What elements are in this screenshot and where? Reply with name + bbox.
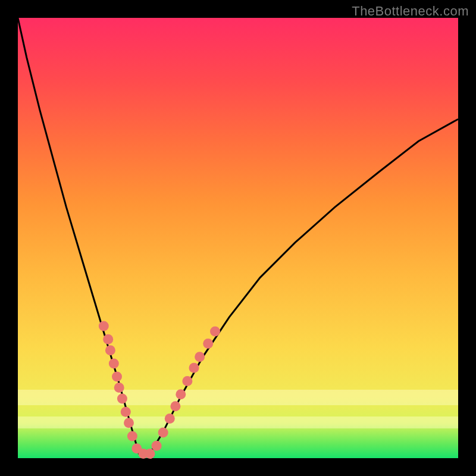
- watermark-text: TheBottleneck.com: [352, 4, 469, 19]
- chart-svg: [18, 18, 458, 458]
- data-dot: [182, 376, 192, 386]
- data-dot: [189, 363, 199, 373]
- data-dot: [121, 407, 131, 417]
- data-dot: [117, 394, 127, 404]
- data-dot: [127, 431, 137, 441]
- data-dot: [114, 383, 124, 393]
- data-dot: [210, 326, 220, 336]
- data-dot: [99, 321, 109, 331]
- data-dot: [124, 418, 134, 428]
- data-dot: [103, 334, 113, 345]
- bottleneck-curve: [18, 18, 458, 454]
- data-dot: [158, 428, 168, 438]
- data-dot: [145, 449, 155, 459]
- data-dot: [105, 345, 115, 355]
- data-dot: [170, 401, 180, 411]
- data-dot: [195, 352, 205, 362]
- data-dot: [109, 358, 119, 368]
- data-dot: [176, 389, 186, 399]
- data-dot: [152, 441, 162, 451]
- data-dot: [165, 414, 175, 424]
- chart-frame: TheBottleneck.com: [0, 0, 476, 476]
- data-dot: [112, 372, 122, 382]
- data-dot: [203, 339, 213, 349]
